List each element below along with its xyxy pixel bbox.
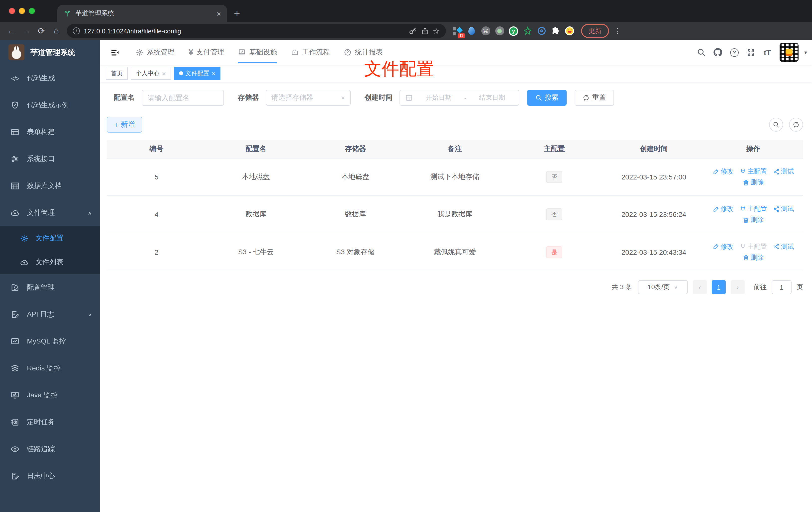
refresh-table-button[interactable] bbox=[789, 118, 803, 131]
tab-infrastructure[interactable]: 基础设施 bbox=[231, 40, 284, 65]
next-page-button[interactable]: › bbox=[731, 280, 745, 294]
url-bar[interactable]: i 127.0.0.1:1024/infra/file/file-config … bbox=[67, 24, 446, 38]
tab-workflow[interactable]: 工作流程 bbox=[284, 40, 337, 65]
trash-icon bbox=[743, 254, 749, 261]
tag-profile[interactable]: 个人中心 × bbox=[131, 67, 171, 80]
delete-button[interactable]: 删除 bbox=[743, 215, 764, 224]
new-tab-button[interactable]: + bbox=[234, 7, 240, 20]
edit-button[interactable]: 修改 bbox=[713, 242, 734, 251]
date-range-picker[interactable]: 开始日期 - 结束日期 bbox=[400, 90, 519, 106]
sliders-icon bbox=[10, 155, 20, 163]
sidebar-item-log-center[interactable]: 日志中心 bbox=[0, 463, 100, 489]
extension-puzzle-icon[interactable] bbox=[551, 26, 560, 36]
site-info-icon[interactable]: i bbox=[73, 27, 80, 34]
storage-select[interactable]: 请选择存储器 ∨ bbox=[266, 90, 351, 106]
zoom-window-button[interactable] bbox=[29, 8, 35, 14]
avatar-caret-down-icon[interactable]: ▾ bbox=[804, 49, 807, 56]
sidebar-item-java-monitor[interactable]: Java 监控 bbox=[0, 382, 100, 409]
edit-square-icon bbox=[10, 283, 20, 292]
master-config-button[interactable]: 主配置 bbox=[740, 167, 767, 176]
chrome-menu-icon[interactable]: ⋮ bbox=[614, 26, 621, 35]
sidebar-item-api-log[interactable]: API 日志 ∨ bbox=[0, 301, 100, 328]
minimize-window-button[interactable] bbox=[19, 8, 25, 14]
search-icon[interactable] bbox=[696, 47, 707, 58]
sidebar-item-scheduled-task[interactable]: 定时任务 bbox=[0, 409, 100, 436]
monitor-icon bbox=[10, 391, 20, 400]
goto-page-input[interactable] bbox=[772, 280, 791, 294]
font-size-icon[interactable]: tT bbox=[761, 47, 773, 58]
close-window-button[interactable] bbox=[9, 8, 15, 14]
browser-tabstrip: 芋道管理系统 × + bbox=[0, 0, 812, 22]
tag-home[interactable]: 首页 bbox=[106, 67, 128, 80]
search-toggle-button[interactable] bbox=[769, 118, 783, 131]
date-end-placeholder[interactable]: 结束日期 bbox=[470, 93, 514, 102]
extension-star-icon[interactable] bbox=[523, 26, 532, 36]
prev-page-button[interactable]: ‹ bbox=[693, 280, 707, 294]
url-text[interactable]: 127.0.0.1:1024/infra/file/file-config bbox=[84, 27, 404, 35]
sidebar-item-form-builder[interactable]: 表单构建 bbox=[0, 119, 100, 146]
tab-payment-management[interactable]: ¥ 支付管理 bbox=[181, 40, 231, 65]
tab-system-management[interactable]: 系统管理 bbox=[129, 40, 181, 65]
help-icon[interactable]: ? bbox=[728, 47, 741, 58]
hamburger-icon[interactable] bbox=[106, 43, 124, 61]
edit-button[interactable]: 修改 bbox=[713, 204, 734, 213]
extension-circle-icon[interactable] bbox=[495, 26, 504, 36]
sidebar-item-db-doc[interactable]: 数据库文档 bbox=[0, 173, 100, 200]
extension-emoji-icon[interactable] bbox=[564, 26, 574, 36]
sidebar-item-code-example[interactable]: 代码生成示例 bbox=[0, 92, 100, 119]
table-row: 4 数据库 数据库 我是数据库 否 2022-03-15 23:56:24 修改… bbox=[107, 196, 803, 233]
extension-eye-icon[interactable] bbox=[537, 26, 546, 36]
close-icon[interactable]: × bbox=[162, 69, 166, 77]
extension-pin-icon[interactable]: 11 bbox=[453, 26, 462, 36]
add-button[interactable]: + 新增 bbox=[107, 117, 142, 132]
delete-button[interactable]: 删除 bbox=[743, 178, 764, 187]
test-button[interactable]: 测试 bbox=[773, 204, 794, 213]
extension-balloon-icon[interactable] bbox=[467, 26, 476, 36]
sidebar-item-mysql-monitor[interactable]: MySQL 监控 bbox=[0, 328, 100, 355]
close-icon[interactable]: × bbox=[212, 69, 215, 77]
sidebar-item-redis-monitor[interactable]: Redis 监控 bbox=[0, 355, 100, 382]
sidebar-logo-row[interactable]: 芋道管理系统 bbox=[0, 40, 100, 65]
sidebar-item-system-api[interactable]: 系统接口 bbox=[0, 146, 100, 173]
reset-button[interactable]: 重置 bbox=[575, 90, 614, 106]
tag-file-config[interactable]: 文件配置 × bbox=[174, 67, 221, 80]
traffic-lights[interactable] bbox=[9, 8, 35, 14]
tab-close-icon[interactable]: × bbox=[216, 9, 221, 18]
reload-button[interactable]: ⟳ bbox=[35, 26, 48, 36]
back-button[interactable]: ← bbox=[5, 26, 18, 36]
page-number-active[interactable]: 1 bbox=[712, 280, 726, 294]
extension-command-icon[interactable]: ⌘ bbox=[481, 26, 490, 36]
edit-button[interactable]: 修改 bbox=[713, 167, 734, 176]
sidebar-item-file-config[interactable]: 文件配置 bbox=[0, 226, 100, 250]
yen-icon: ¥ bbox=[188, 48, 193, 57]
sidebar-item-trace[interactable]: 链路追踪 bbox=[0, 436, 100, 463]
sidebar-item-code-generation[interactable]: </> 代码生成 bbox=[0, 65, 100, 92]
delete-button[interactable]: 删除 bbox=[743, 253, 764, 262]
sidebar-item-file-list[interactable]: 文件列表 bbox=[0, 250, 100, 274]
search-button[interactable]: 搜索 bbox=[527, 90, 567, 106]
bookmark-star-icon[interactable]: ☆ bbox=[433, 26, 440, 36]
master-config-button-disabled: 主配置 bbox=[740, 242, 767, 251]
chrome-update-button[interactable]: 更新 bbox=[581, 24, 609, 38]
sidebar-item-file-management[interactable]: 文件管理 ∧ bbox=[0, 200, 100, 226]
content-pane: 文件配置 系统管理 ¥ 支付管理 基础设施 bbox=[100, 40, 812, 512]
forward-button[interactable]: → bbox=[20, 26, 33, 36]
github-icon[interactable] bbox=[712, 47, 724, 58]
config-name-input[interactable] bbox=[142, 90, 224, 106]
test-button[interactable]: 测试 bbox=[773, 242, 794, 251]
browser-tab[interactable]: 芋道管理系统 × bbox=[57, 5, 227, 22]
extension-y-icon[interactable]: y bbox=[509, 26, 518, 36]
page-size-select[interactable]: 10条/页 ∨ bbox=[638, 280, 688, 294]
master-config-button[interactable]: 主配置 bbox=[740, 204, 767, 213]
test-button[interactable]: 测试 bbox=[773, 167, 794, 176]
date-start-placeholder[interactable]: 开始日期 bbox=[417, 93, 460, 102]
password-key-icon[interactable] bbox=[408, 27, 417, 35]
user-avatar[interactable] bbox=[780, 43, 799, 62]
trash-icon bbox=[743, 217, 749, 223]
sidebar-item-config-management[interactable]: 配置管理 bbox=[0, 274, 100, 301]
storage-label: 存储器 bbox=[238, 93, 259, 102]
fullscreen-icon[interactable] bbox=[745, 47, 757, 58]
filter-form: 配置名 存储器 请选择存储器 ∨ 创建时间 开始日期 - 结束日期 bbox=[114, 90, 803, 106]
share-icon[interactable] bbox=[421, 27, 429, 35]
home-button[interactable]: ⌂ bbox=[50, 26, 63, 36]
